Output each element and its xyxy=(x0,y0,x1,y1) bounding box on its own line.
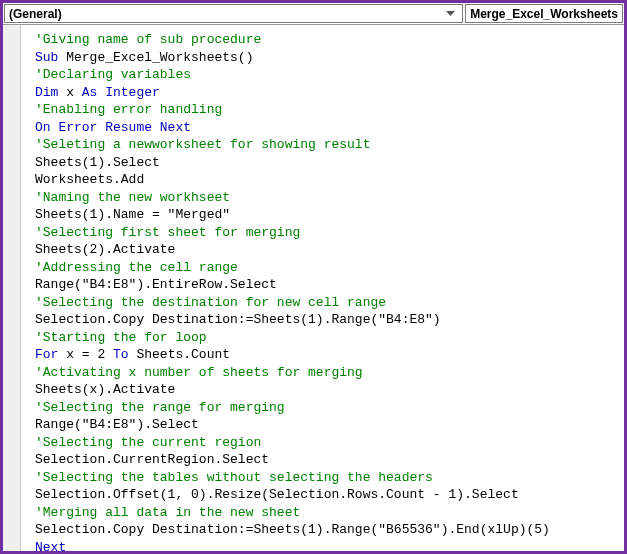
object-dropdown-label: (General) xyxy=(9,7,62,21)
procedure-dropdown-label: Merge_Excel_Worksheets xyxy=(470,7,618,21)
code-line: Dim x As Integer xyxy=(35,84,550,102)
procedure-dropdown[interactable]: Merge_Excel_Worksheets xyxy=(465,4,623,23)
code-line: Sub Merge_Excel_Worksheets() xyxy=(35,49,550,67)
code-line: Selection.Copy Destination:=Sheets(1).Ra… xyxy=(35,521,550,539)
code-line: Sheets(x).Activate xyxy=(35,381,550,399)
code-line: 'Selecting the tables without selecting … xyxy=(35,469,550,487)
code-area[interactable]: 'Giving name of sub procedureSub Merge_E… xyxy=(21,25,554,551)
code-line: 'Naming the new workhseet xyxy=(35,189,550,207)
code-line: Selection.Offset(1, 0).Resize(Selection.… xyxy=(35,486,550,504)
editor-wrap: 'Giving name of sub procedureSub Merge_E… xyxy=(3,25,624,551)
code-line: On Error Resume Next xyxy=(35,119,550,137)
code-line: Sheets(2).Activate xyxy=(35,241,550,259)
code-line: 'Seleting a newworksheet for showing res… xyxy=(35,136,550,154)
code-line: 'Activating x number of sheets for mergi… xyxy=(35,364,550,382)
code-line: Range("B4:E8").Select xyxy=(35,416,550,434)
chevron-down-icon xyxy=(442,6,458,22)
code-line: Selection.CurrentRegion.Select xyxy=(35,451,550,469)
code-line: 'Selecting first sheet for merging xyxy=(35,224,550,242)
code-line: 'Selecting the range for merging xyxy=(35,399,550,417)
code-line: For x = 2 To Sheets.Count xyxy=(35,346,550,364)
code-line: 'Starting the for loop xyxy=(35,329,550,347)
code-line: 'Merging all data in the new sheet xyxy=(35,504,550,522)
code-line: 'Giving name of sub procedure xyxy=(35,31,550,49)
code-line: 'Addressing the cell range xyxy=(35,259,550,277)
header-bar: (General) Merge_Excel_Worksheets xyxy=(3,3,624,25)
code-line: 'Selecting the destination for new cell … xyxy=(35,294,550,312)
object-dropdown[interactable]: (General) xyxy=(4,4,463,23)
code-line: Range("B4:E8").EntireRow.Select xyxy=(35,276,550,294)
code-line: Selection.Copy Destination:=Sheets(1).Ra… xyxy=(35,311,550,329)
code-margin xyxy=(3,25,21,551)
code-line: 'Enabling error handling xyxy=(35,101,550,119)
code-line: 'Selecting the current region xyxy=(35,434,550,452)
code-line: 'Declaring variables xyxy=(35,66,550,84)
code-line: Next xyxy=(35,539,550,552)
code-line: Sheets(1).Select xyxy=(35,154,550,172)
code-line: Sheets(1).Name = "Merged" xyxy=(35,206,550,224)
code-line: Worksheets.Add xyxy=(35,171,550,189)
